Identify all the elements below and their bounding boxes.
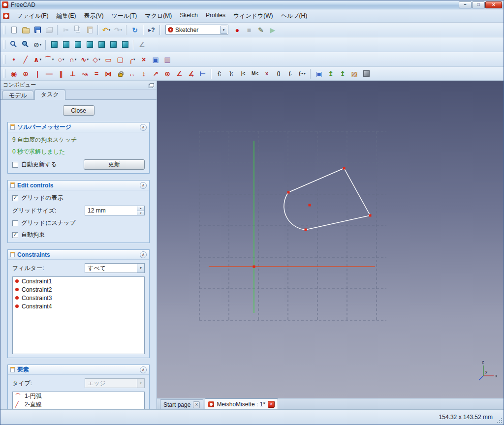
constraint-list-item[interactable]: Constraint4 (13, 302, 144, 310)
edit-controls-header[interactable]: Edit controls (8, 181, 149, 190)
create-line-button[interactable]: ╱ (20, 54, 32, 65)
menu-view[interactable]: 表示(V) (80, 10, 107, 22)
constrain-point-on-object-button[interactable]: ⊕ (20, 68, 32, 80)
spin-up-icon[interactable] (137, 206, 144, 211)
sketch-vertex[interactable] (369, 214, 372, 217)
create-polyline-button[interactable]: ∧▾ (32, 54, 43, 65)
create-arc-button[interactable]: ⌒▾ (43, 54, 55, 65)
macro-stop-button[interactable]: ■ (243, 24, 255, 36)
whats-this-button[interactable]: ▸? (146, 24, 158, 36)
export-sketch-button[interactable]: ↥ (325, 68, 337, 80)
constraint-list-item[interactable]: Constraint1 (13, 277, 144, 285)
sketch-vertex[interactable] (287, 191, 290, 194)
constraint-filter-select[interactable]: すべて (85, 263, 145, 273)
spin-down-icon[interactable] (137, 211, 144, 215)
sketch-vertex[interactable] (343, 167, 346, 170)
menu-tools[interactable]: ツール(T) (107, 10, 141, 22)
dropdown-arrow-icon[interactable]: ▾ (109, 28, 111, 32)
constrain-equal-button[interactable]: = (91, 68, 102, 80)
grid-snap-checkbox[interactable] (12, 220, 18, 226)
close-tab-icon[interactable] (193, 401, 200, 408)
menu-window[interactable]: ウインドウ(W) (229, 10, 277, 22)
dropdown-arrow-icon[interactable]: ▾ (98, 58, 100, 61)
bspline-tools-button[interactable]: (~▾ (296, 68, 308, 80)
constrain-snells-law-button[interactable]: ∡ (185, 68, 197, 80)
constrain-vertical-distance-button[interactable]: ↕ (138, 68, 150, 80)
create-fillet-button[interactable]: ╭▾ (126, 54, 138, 65)
refresh-button[interactable]: ↻ (129, 24, 141, 36)
trim-edge-button[interactable]: × (138, 54, 150, 65)
create-slot-button[interactable]: ▢ (114, 54, 126, 65)
select-origin-button[interactable]: () (273, 68, 284, 80)
dropdown-arrow-icon[interactable]: ▾ (133, 58, 135, 61)
dropdown-arrow-icon[interactable]: ▾ (39, 58, 41, 61)
collapse-icon[interactable] (140, 251, 147, 258)
element-type-select[interactable]: エッジ (85, 378, 145, 388)
auto-update-checkbox[interactable] (12, 162, 18, 168)
dropdown-arrow-icon[interactable]: ▾ (75, 58, 77, 61)
close-button[interactable] (485, 1, 502, 8)
sketch-image-button[interactable]: ▨ (348, 68, 360, 80)
sketch-solid-button[interactable] (360, 68, 372, 80)
redo-button[interactable]: ↷▾ (112, 24, 124, 36)
combo-view-titlebar[interactable]: コンボビュー (0, 81, 157, 90)
macro-record-button[interactable]: ● (231, 24, 243, 36)
macro-debug-button[interactable]: ▶ (267, 24, 279, 36)
select-degrees-of-freedom-button[interactable]: M< (249, 68, 261, 80)
select-elements-with-constraints-button[interactable]: {; (214, 68, 225, 80)
fit-selection-button[interactable] (20, 39, 32, 51)
constrain-distance-button[interactable]: ↗ (150, 68, 161, 80)
dropdown-arrow-icon[interactable]: ▾ (304, 72, 306, 76)
elements-header[interactable]: 要素 (8, 365, 149, 375)
element-list-item[interactable]: ╱2-直線 (13, 400, 144, 409)
undo-button[interactable]: ↶▾ (100, 24, 112, 36)
constrain-horizontal-distance-button[interactable]: ↔ (126, 68, 138, 80)
cut-button[interactable]: ✂ (60, 24, 72, 36)
print-document-button[interactable] (43, 24, 55, 36)
select-redundant-constraints-button[interactable]: |< (237, 68, 249, 80)
menu-file[interactable]: ファイル(F) (13, 10, 52, 22)
paste-button[interactable] (84, 24, 95, 36)
show-grid-checkbox[interactable] (12, 195, 18, 201)
constrain-coincident-button[interactable]: ◉ (8, 68, 20, 80)
tab-tasks[interactable]: タスク (34, 90, 65, 100)
solver-messages-header[interactable]: ソルバーメッセージ (8, 122, 149, 132)
chevron-down-icon[interactable] (137, 264, 144, 273)
view-front-button[interactable] (60, 39, 72, 51)
close-tab-icon[interactable] (268, 401, 275, 408)
collapse-icon[interactable] (140, 124, 147, 131)
minimize-button[interactable] (459, 1, 472, 8)
chevron-down-icon[interactable] (220, 26, 227, 34)
constraint-list-item[interactable]: Constraint2 (13, 285, 144, 294)
elements-list[interactable]: ⌒1-円弧╱2-直線 (12, 392, 145, 409)
collapse-icon[interactable] (140, 366, 147, 373)
select-conflicting-constraints-button[interactable]: }; (225, 68, 237, 80)
create-point-button[interactable]: • (8, 54, 20, 65)
constrain-tangent-button[interactable]: ↝ (79, 68, 91, 80)
constrain-horizontal-button[interactable]: ― (43, 68, 55, 80)
constraint-list-item[interactable]: Constraint3 (13, 294, 144, 302)
menu-help[interactable]: ヘルプ(H) (277, 10, 312, 22)
auto-constraint-checkbox[interactable] (12, 232, 18, 238)
sketch-profile[interactable] (284, 168, 370, 230)
dropdown-arrow-icon[interactable]: ▾ (121, 28, 123, 32)
resize-grip-icon[interactable] (496, 417, 502, 423)
menu-profiles[interactable]: Profiles (202, 10, 229, 22)
carbon-copy-button[interactable]: ▥ (161, 54, 173, 65)
create-rectangle-button[interactable]: ▭ (102, 54, 114, 65)
create-conic-button[interactable]: ∩▾ (67, 54, 79, 65)
create-bspline-button[interactable]: ∿▾ (79, 54, 91, 65)
create-polygon-button[interactable]: ◇▾ (91, 54, 102, 65)
collapse-icon[interactable] (140, 182, 147, 189)
solver-dof-message[interactable]: 9 自由度の拘束スケッチ (12, 136, 145, 144)
import-sketch-button[interactable]: ↥ (337, 68, 348, 80)
select-vertical-axis-button[interactable]: (. (284, 68, 296, 80)
task-close-button[interactable]: Close (63, 105, 94, 116)
view-bottom-button[interactable] (107, 39, 119, 51)
dropdown-arrow-icon[interactable]: ▾ (87, 58, 89, 61)
constrain-parallel-button[interactable]: ∥ (55, 68, 67, 80)
draw-style-button[interactable]: ⊘▾ (32, 39, 43, 51)
tab-model[interactable]: モデル (2, 91, 33, 99)
view-rear-button[interactable] (95, 39, 107, 51)
dropdown-arrow-icon[interactable]: ▾ (63, 58, 64, 61)
